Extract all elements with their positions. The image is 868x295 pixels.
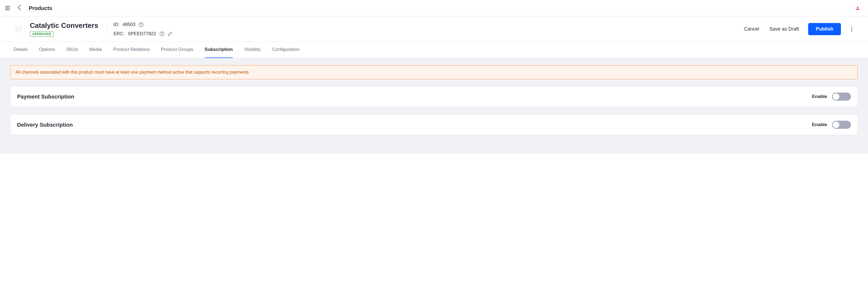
panel-title: Delivery Subscription (17, 122, 73, 128)
apps-menu-icon[interactable] (5, 6, 10, 10)
tab-media[interactable]: Media (89, 42, 102, 58)
delivery-subscription-panel: Delivery Subscription Enable (10, 114, 858, 135)
delivery-enable-toggle[interactable] (832, 121, 851, 129)
id-label: ID: (114, 22, 119, 27)
id-value: 48503 (123, 22, 135, 27)
actions-row: Cancel Save as Draft Publish (743, 23, 855, 35)
tab-product-relations[interactable]: Product Relations (113, 42, 150, 58)
pencil-icon[interactable] (168, 31, 173, 36)
meta-erc-row: ERC: SPEED77822 (114, 31, 173, 36)
breadcrumb-title: Products (29, 5, 52, 11)
help-icon[interactable] (159, 31, 164, 36)
alert-warning: All channels associated with this produc… (10, 65, 858, 79)
payment-enable-toggle[interactable] (832, 93, 851, 101)
product-title-block: Catalytic Converters APPROVED (30, 21, 100, 37)
panel-title: Payment Subscription (17, 94, 74, 100)
tabs-row: Details Options SKUs Media Product Relat… (0, 42, 868, 58)
status-badge: APPROVED (30, 31, 54, 37)
erc-label: ERC: (114, 31, 125, 36)
tab-product-groups[interactable]: Product Groups (161, 42, 193, 58)
svg-point-3 (141, 26, 142, 26)
tab-configuration[interactable]: Configuration (272, 42, 300, 58)
top-bar: Products (0, 0, 868, 17)
enable-label: Enable (812, 94, 827, 99)
help-icon[interactable] (139, 22, 144, 27)
product-thumbnail-icon (13, 24, 23, 34)
tab-details[interactable]: Details (13, 42, 28, 58)
save-draft-button[interactable]: Save as Draft (768, 24, 800, 34)
svg-point-5 (162, 35, 162, 35)
header-section: Catalytic Converters APPROVED ID: 48503 … (0, 17, 868, 42)
svg-point-0 (857, 6, 859, 8)
tab-skus[interactable]: SKUs (66, 42, 78, 58)
enable-group: Enable (812, 93, 851, 101)
enable-group: Enable (812, 121, 851, 129)
back-icon[interactable] (15, 3, 23, 13)
meta-block: ID: 48503 ERC: SPEED77822 (114, 22, 173, 36)
user-avatar[interactable] (853, 3, 863, 13)
publish-button[interactable]: Publish (808, 23, 841, 35)
meta-id-row: ID: 48503 (114, 22, 173, 27)
enable-label: Enable (812, 122, 827, 128)
erc-value: SPEED77822 (128, 31, 156, 36)
content-area: All channels associated with this produc… (0, 58, 868, 154)
tab-visibility[interactable]: Visibility (244, 42, 261, 58)
product-title: Catalytic Converters (30, 21, 100, 30)
tab-options[interactable]: Options (39, 42, 55, 58)
more-menu-icon[interactable] (849, 25, 855, 34)
payment-subscription-panel: Payment Subscription Enable (10, 86, 858, 107)
tab-subscription[interactable]: Subscription (205, 42, 233, 58)
cancel-button[interactable]: Cancel (743, 24, 760, 34)
